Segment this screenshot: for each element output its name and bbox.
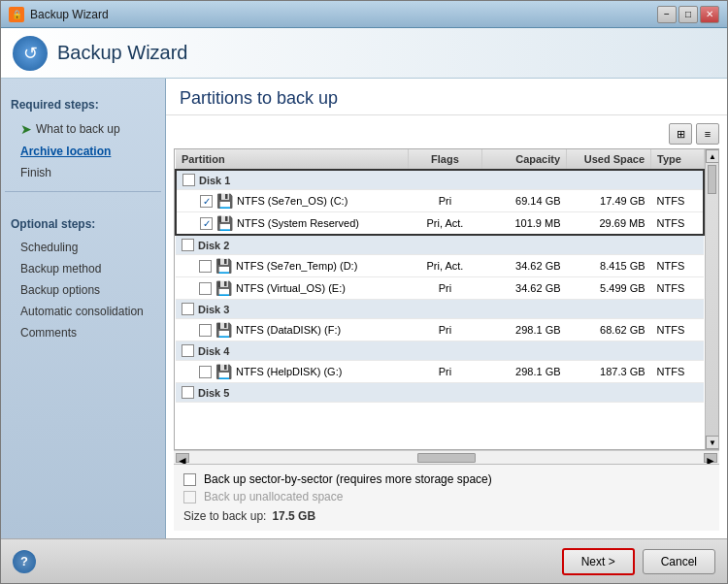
disk-checkbox-disk2[interactable] [182, 239, 194, 251]
partition-area: ⊞ ≡ Partition Flags Capacity Used [166, 115, 727, 538]
partition-capacity: 298.1 GB [482, 361, 567, 383]
disk-checkbox-disk1[interactable] [182, 174, 195, 186]
title-controls: − □ ✕ [657, 6, 719, 23]
partition-used-space: 5.499 GB [567, 277, 651, 300]
partition-used-space: 17.49 GB [567, 190, 651, 212]
minimize-button[interactable]: − [657, 6, 677, 23]
header-bar: ↺ Backup Wizard [1, 28, 727, 79]
partition-table: Partition Flags Capacity Used Space Type… [175, 149, 705, 403]
vertical-scrollbar[interactable]: ▲ ▼ [705, 149, 718, 449]
disk-label-disk4: Disk 4 [198, 345, 229, 357]
partition-name-cell: 💾NTFS (Se7en_OS) (C:) [176, 190, 408, 212]
sidebar-item-what-to-back-up[interactable]: ➤ What to back up [1, 117, 165, 141]
partition-used-space: 187.3 GB [567, 361, 651, 383]
scroll-up-button[interactable]: ▲ [706, 149, 719, 163]
drive-icon: 💾 [215, 364, 232, 379]
drive-icon: 💾 [216, 193, 233, 209]
sidebar-item-scheduling[interactable]: Scheduling [1, 237, 165, 258]
comments-label: Comments [20, 326, 77, 340]
maximize-button[interactable]: □ [678, 6, 698, 23]
sector-label: Back up sector-by-sector (requires more … [204, 472, 492, 486]
title-bar-left: 🔒 Backup Wizard [9, 7, 109, 22]
partition-row: 💾NTFS (Se7en_Temp) (D:)Pri, Act.34.62 GB… [176, 255, 704, 277]
disk-label-disk2: Disk 2 [198, 240, 229, 251]
sector-option-row: Back up sector-by-sector (requires more … [183, 472, 710, 486]
close-button[interactable]: ✕ [700, 6, 719, 23]
partition-name: NTFS (DataDISK) (F:) [236, 324, 341, 336]
partition-table-scroll[interactable]: Partition Flags Capacity Used Space Type… [175, 149, 705, 449]
list-view-button[interactable]: ≡ [696, 123, 719, 145]
partition-capacity: 298.1 GB [482, 319, 567, 341]
sidebar-item-comments[interactable]: Comments [1, 322, 165, 343]
archive-location-label: Archive location [20, 145, 111, 158]
partition-name-cell: 💾NTFS (Virtual_OS) (E:) [176, 277, 408, 300]
col-capacity: Capacity [482, 149, 567, 170]
col-partition: Partition [176, 149, 408, 170]
sidebar-item-archive-location[interactable]: Archive location [1, 141, 165, 162]
required-steps-label: Required steps: [1, 92, 165, 117]
partition-checkbox[interactable] [199, 324, 212, 337]
disk-checkbox-disk4[interactable] [182, 344, 194, 357]
backup-options-label: Backup options [20, 283, 100, 297]
backup-wizard-window: 🔒 Backup Wizard − □ ✕ ↺ Backup Wizard Re… [0, 0, 728, 584]
partition-type: NTFS [651, 319, 704, 341]
sidebar-divider [5, 191, 161, 192]
footer-left: ? [13, 550, 36, 573]
partition-checkbox[interactable] [199, 260, 212, 273]
disk-label-disk5: Disk 5 [198, 387, 229, 399]
sidebar: Required steps: ➤ What to back up Archiv… [1, 79, 166, 538]
hscroll-right[interactable]: ► [704, 453, 717, 463]
unallocated-checkbox [183, 491, 196, 503]
partition-used-space: 8.415 GB [567, 255, 651, 277]
grid-view-button[interactable]: ⊞ [669, 123, 692, 145]
partition-type: NTFS [651, 212, 704, 236]
partition-name: NTFS (Virtual_OS) (E:) [236, 282, 346, 294]
horizontal-scrollbar[interactable]: ◄ ► [174, 450, 719, 464]
partition-checkbox[interactable] [200, 195, 213, 208]
partition-checkbox[interactable] [199, 366, 212, 378]
col-used: Used Space [567, 149, 651, 170]
drive-icon: 💾 [216, 215, 233, 231]
disk-row-disk5: Disk 5 [176, 383, 704, 403]
disk-checkbox-disk5[interactable] [182, 386, 194, 399]
main-content: Partitions to back up ⊞ ≡ Partition [166, 79, 727, 538]
footer: ? Next > Cancel [1, 538, 727, 583]
hscroll-thumb[interactable] [417, 453, 476, 463]
partition-row: 💾NTFS (System Reserved)Pri, Act.101.9 MB… [176, 212, 704, 236]
drive-icon: 💾 [215, 258, 232, 274]
partition-type: NTFS [651, 361, 704, 383]
sidebar-item-finish[interactable]: Finish [1, 162, 165, 183]
optional-steps-label: Optional steps: [1, 211, 165, 237]
partition-capacity: 101.9 MB [482, 212, 567, 236]
col-type: Type [651, 149, 704, 170]
table-toolbar: ⊞ ≡ [174, 123, 719, 145]
finish-label: Finish [20, 166, 51, 179]
sidebar-item-backup-options[interactable]: Backup options [1, 279, 165, 301]
size-row: Size to back up: 17.5 GB [183, 509, 710, 523]
disk-row-disk3: Disk 3 [176, 300, 704, 319]
partition-type: NTFS [651, 255, 704, 277]
sidebar-item-auto-consolidation[interactable]: Automatic consolidation [1, 301, 165, 322]
partition-flags: Pri, Act. [408, 212, 481, 236]
partition-flags: Pri, Act. [408, 255, 481, 277]
window-title: Backup Wizard [30, 8, 109, 21]
drive-icon: 💾 [215, 280, 232, 296]
unallocated-option-row: Back up unallocated space [183, 490, 710, 503]
partition-checkbox[interactable] [200, 217, 213, 230]
scheduling-label: Scheduling [20, 241, 78, 254]
partition-flags: Pri [408, 361, 481, 383]
partition-row: 💾NTFS (Virtual_OS) (E:)Pri34.62 GB5.499 … [176, 277, 704, 300]
sector-checkbox[interactable] [183, 473, 196, 486]
partition-name-cell: 💾NTFS (System Reserved) [176, 212, 408, 236]
partition-name: NTFS (Se7en_Temp) (D:) [236, 260, 357, 272]
partition-checkbox[interactable] [199, 282, 212, 295]
disk-checkbox-disk3[interactable] [182, 303, 194, 315]
scroll-thumb[interactable] [708, 165, 716, 194]
help-button[interactable]: ? [13, 550, 36, 573]
sidebar-item-backup-method[interactable]: Backup method [1, 258, 165, 279]
disk-row-disk2: Disk 2 [176, 235, 704, 255]
hscroll-left[interactable]: ◄ [176, 453, 189, 463]
next-button[interactable]: Next > [562, 548, 635, 575]
scroll-down-button[interactable]: ▼ [706, 436, 719, 449]
cancel-button[interactable]: Cancel [643, 549, 715, 574]
